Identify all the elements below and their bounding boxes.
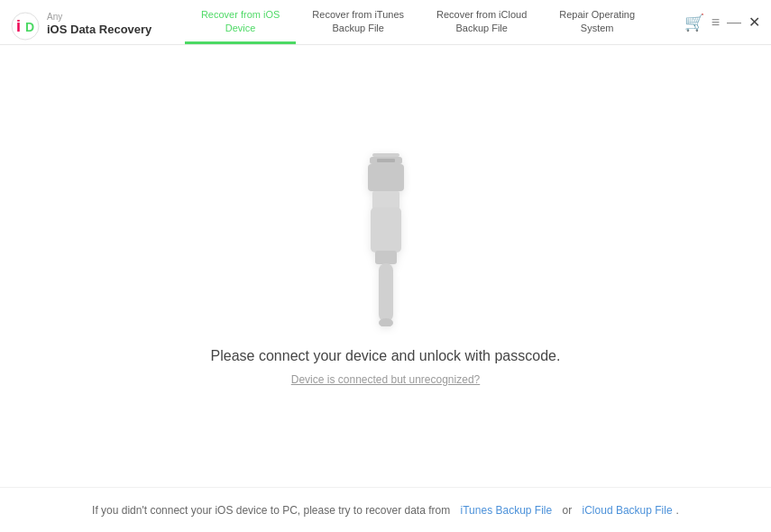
footer-text-middle: or xyxy=(563,504,573,517)
footer-space2 xyxy=(555,504,558,517)
svg-text:D: D xyxy=(25,20,34,34)
svg-rect-20 xyxy=(375,251,397,264)
tab-itunes-label: Recover from iTunesBackup File xyxy=(312,8,404,34)
close-button[interactable]: ✕ xyxy=(748,15,760,30)
unrecognized-link[interactable]: Device is connected but unrecognized? xyxy=(291,373,480,386)
tab-itunes-backup[interactable]: Recover from iTunesBackup File xyxy=(296,0,420,44)
footer-text-after: . xyxy=(676,504,679,517)
cart-button[interactable]: 🛒 xyxy=(684,14,704,31)
repair-icon xyxy=(586,0,608,5)
minimize-button[interactable]: — xyxy=(727,15,741,30)
ios-device-icon xyxy=(231,0,251,5)
footer-text-before: If you didn't connect your iOS device to… xyxy=(92,504,450,517)
itunes-icon xyxy=(347,0,369,5)
lightning-cable-svg xyxy=(341,146,431,326)
svg-rect-21 xyxy=(379,263,393,322)
svg-rect-19 xyxy=(371,207,401,252)
main-content: Please connect your device and unlock wi… xyxy=(0,45,771,487)
tab-ios-device-label: Recover from iOSDevice xyxy=(201,8,280,34)
app-title-block: Any iOS Data Recovery xyxy=(47,13,151,38)
logo-area: i D Any iOS Data Recovery xyxy=(11,12,151,41)
app-logo-icon: i D xyxy=(11,12,40,41)
svg-rect-18 xyxy=(377,159,395,162)
icloud-link[interactable]: iCloud Backup File xyxy=(583,504,673,517)
tab-icloud-label: Recover from iCloudBackup File xyxy=(436,8,527,34)
svg-rect-16 xyxy=(368,164,404,191)
svg-text:i: i xyxy=(16,17,21,35)
svg-rect-17 xyxy=(372,191,399,209)
icloud-icon xyxy=(468,0,495,5)
connect-message: Please connect your device and unlock wi… xyxy=(211,348,561,364)
title-bar: i D Any iOS Data Recovery Recover from i… xyxy=(0,0,771,45)
footer-space3 xyxy=(575,504,578,517)
footer-space1 xyxy=(454,504,456,517)
tab-icloud-backup[interactable]: Recover from iCloudBackup File xyxy=(420,0,543,44)
tab-ios-device[interactable]: Recover from iOSDevice xyxy=(185,0,296,44)
svg-rect-14 xyxy=(372,153,399,157)
nav-tabs: Recover from iOSDevice Recover from iTun… xyxy=(151,7,684,44)
window-controls: 🛒 ≡ — ✕ xyxy=(684,14,760,38)
menu-button[interactable]: ≡ xyxy=(711,15,720,30)
tab-repair-os[interactable]: Repair OperatingSystem xyxy=(543,0,651,44)
app-name-label: iOS Data Recovery xyxy=(47,22,151,38)
itunes-link[interactable]: iTunes Backup File xyxy=(461,504,553,517)
footer: If you didn't connect your iOS device to… xyxy=(0,487,771,532)
app-any-label: Any xyxy=(47,13,151,22)
cable-illustration xyxy=(341,146,431,326)
tab-repair-label: Repair OperatingSystem xyxy=(559,8,635,34)
